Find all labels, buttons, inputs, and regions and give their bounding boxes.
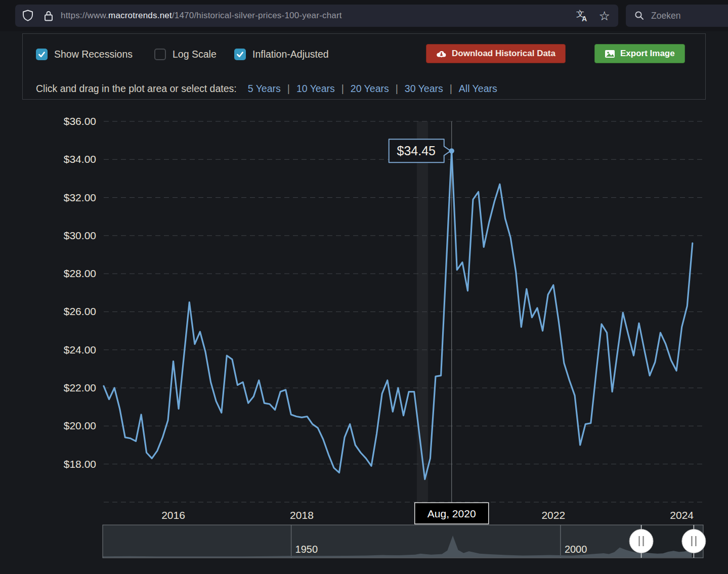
y-axis-label: $20.00 [64, 420, 96, 431]
x-axis-label: 2018 [290, 509, 314, 521]
y-axis-label: $36.00 [64, 115, 96, 127]
crosshair-x-label-text: Aug, 2020 [427, 508, 476, 519]
data-point-marker[interactable] [449, 148, 454, 153]
navigator-handle-circle[interactable] [682, 529, 706, 553]
navigator-year-label: 2000 [565, 544, 587, 555]
price-series-line[interactable] [104, 151, 693, 479]
y-axis-label: $24.00 [64, 344, 96, 356]
x-axis-label: 2016 [161, 509, 185, 521]
navigator-year-label: 1950 [295, 544, 318, 555]
silver-price-chart[interactable]: $36.00$34.00$32.00$30.00$28.00$26.00$24.… [0, 0, 728, 574]
y-axis-label: $22.00 [64, 382, 96, 393]
tooltip-value: $34.45 [397, 144, 435, 158]
y-axis-label: $18.00 [64, 458, 96, 470]
crosshair-x-label: Aug, 2020 [415, 503, 489, 524]
y-axis-label: $32.00 [64, 192, 96, 203]
navigator-handle-circle[interactable] [629, 529, 653, 553]
y-axis-label: $28.00 [64, 268, 96, 279]
y-axis-label: $34.00 [64, 153, 96, 165]
tooltip: $34.45 [389, 139, 451, 162]
x-axis-label: 2024 [670, 509, 694, 521]
y-axis-label: $30.00 [64, 230, 96, 241]
y-axis-label: $26.00 [64, 305, 96, 317]
navigator[interactable]: 19502000 [103, 525, 706, 558]
x-axis-label: 2022 [541, 509, 565, 521]
